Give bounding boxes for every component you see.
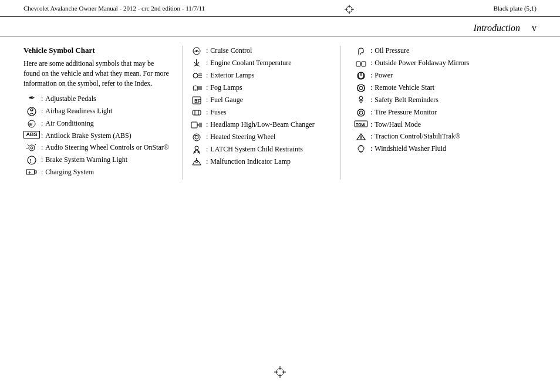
header-center	[345, 5, 354, 14]
fuses-icon	[188, 107, 205, 118]
power-mirrors-label: Outside Power Foldaway Mirrors	[375, 58, 499, 68]
power-label: Power	[375, 70, 499, 80]
title-section: Introduction v	[0, 17, 560, 36]
list-item: ! : Tire Pressure Monitor	[353, 107, 499, 118]
list-item: : LATCH System Child Restraints	[188, 144, 335, 155]
ext-lamps-icon	[188, 70, 205, 81]
svg-text:!: !	[360, 111, 361, 115]
headlamp-label: Headlamp High/Low-Beam Changer	[210, 120, 335, 130]
right-column: : Oil Pressure : Outside Power Foldaway …	[340, 46, 499, 180]
latch-icon	[188, 144, 205, 155]
crosshair-icon	[345, 5, 354, 14]
heated-sw-label: Heated Steering Wheel	[210, 132, 335, 142]
list-item: ✒ : Adjustable Pedals	[23, 94, 170, 104]
list-item: : Outside Power Foldaway Mirrors	[353, 58, 499, 69]
intro-paragraph: Here are some additional symbols that ma…	[23, 59, 170, 88]
svg-line-11	[28, 144, 29, 146]
svg-point-63	[358, 146, 364, 151]
latch-label: LATCH System Child Restraints	[210, 144, 335, 154]
svg-point-6	[31, 109, 33, 111]
svg-text:F: F	[198, 98, 201, 104]
airbag-label: Airbag Readiness Light	[45, 106, 170, 116]
svg-point-56	[357, 109, 365, 116]
svg-point-45	[195, 160, 198, 163]
list-item: ❄ : Air Conditioning	[23, 119, 170, 129]
coolant-label: Engine Coolant Temperature	[210, 58, 335, 68]
svg-point-52	[357, 85, 365, 92]
svg-text:!: !	[30, 157, 32, 164]
tow-haul-label: Tow/Haul Mode	[375, 120, 499, 130]
fog-lamps-icon	[188, 83, 205, 93]
washer-fluid-label: Windshield Washer Fluid	[375, 144, 499, 154]
svg-point-40	[193, 134, 200, 141]
seatbelt-icon	[353, 95, 369, 106]
traction-icon	[353, 131, 369, 142]
cruise-icon	[188, 46, 205, 56]
svg-point-9	[29, 145, 35, 151]
page-number: v	[532, 23, 537, 33]
list-item: TOW : Tow/Haul Mode	[353, 120, 499, 130]
svg-point-43	[194, 151, 196, 153]
seatbelt-label: Safety Belt Reminders	[375, 95, 499, 105]
tow-haul-icon: TOW	[353, 120, 369, 128]
ext-lamps-label: Exterior Lamps	[210, 70, 335, 80]
svg-rect-33	[193, 110, 201, 115]
coolant-icon	[188, 58, 205, 69]
svg-point-54	[359, 96, 363, 100]
audio-sw-label: Audio Steering Wheel Controls or OnStar®	[45, 143, 170, 153]
list-item: : Headlamp High/Low-Beam Changer	[188, 120, 335, 130]
oil-pressure-label: Oil Pressure	[375, 46, 499, 56]
svg-point-53	[359, 86, 363, 90]
list-item: : Heated Steering Wheel	[188, 132, 335, 143]
ac-label: Air Conditioning	[45, 119, 170, 129]
list-item: + : Charging System	[23, 167, 170, 177]
svg-rect-48	[362, 62, 366, 66]
adjustable-pedals-icon: ✒	[23, 94, 40, 102]
tpms-icon: !	[353, 107, 369, 118]
charging-icon: +	[23, 167, 40, 177]
list-item: : Engine Coolant Temperature	[188, 58, 335, 69]
mid-symbol-list: : Cruise Control : Engine Coolant Temper…	[188, 46, 335, 167]
traction-label: Traction Control/StabiliTrak®	[375, 131, 499, 141]
left-symbol-list: ✒ : Adjustable Pedals : Airbag Readiness…	[23, 94, 170, 177]
list-item: : Safety Belt Reminders	[353, 95, 499, 106]
headlamp-icon	[188, 120, 205, 130]
list-item: : Fuses	[188, 107, 335, 118]
chart-heading: Vehicle Symbol Chart	[23, 46, 170, 55]
list-item: ABS : Antilock Brake System (ABS)	[23, 131, 170, 141]
svg-point-21	[193, 73, 198, 78]
mid-column: : Cruise Control : Engine Coolant Temper…	[182, 46, 340, 180]
heated-sw-icon	[188, 132, 205, 143]
page: Chevrolet Avalanche Owner Manual - 2012 …	[0, 0, 560, 392]
svg-rect-47	[356, 62, 360, 66]
svg-text:TOW: TOW	[356, 123, 366, 127]
charging-label: Charging System	[45, 167, 170, 177]
abs-icon: ABS	[23, 131, 40, 138]
svg-point-10	[31, 147, 33, 149]
svg-point-20	[196, 50, 198, 52]
page-header: Chevrolet Avalanche Owner Manual - 2012 …	[0, 0, 560, 17]
airbag-icon	[23, 106, 40, 117]
svg-point-62	[360, 138, 362, 140]
list-item: : Oil Pressure	[353, 46, 499, 56]
fuel-gauge-icon: EF	[188, 95, 205, 106]
list-item: : Fog Lamps	[188, 83, 335, 93]
remote-start-label: Remote Vehicle Start	[375, 83, 499, 93]
content-area: Vehicle Symbol Chart Here are some addit…	[0, 36, 560, 185]
oil-pressure-icon	[353, 46, 369, 56]
list-item: : Traction Control/StabiliTrak®	[353, 131, 499, 142]
list-item: : Remote Vehicle Start	[353, 83, 499, 93]
brake-warn-icon: !	[23, 155, 40, 165]
list-item: : Exterior Lamps	[188, 70, 335, 81]
washer-fluid-icon	[353, 144, 369, 154]
fuel-gauge-label: Fuel Gauge	[210, 95, 335, 105]
list-item: EF : Fuel Gauge	[188, 95, 335, 106]
power-icon	[353, 70, 369, 81]
list-item: ! : Brake System Warning Light	[23, 155, 170, 165]
list-item: : Airbag Readiness Light	[23, 106, 170, 117]
mil-label: Malfunction Indicator Lamp	[210, 157, 335, 167]
svg-text:❄: ❄	[29, 122, 33, 127]
power-mirrors-icon	[353, 58, 369, 69]
section-title: Introduction v	[474, 23, 537, 33]
fuses-label: Fuses	[210, 107, 335, 117]
